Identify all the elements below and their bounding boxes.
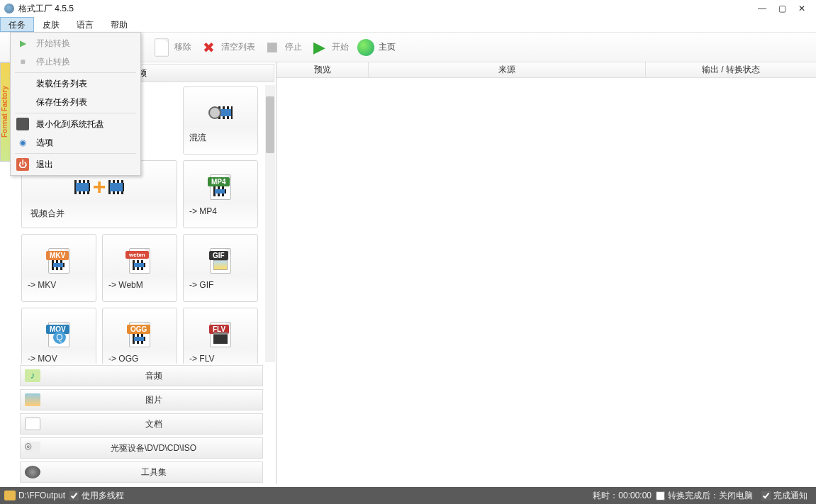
dropdown-load-tasklist[interactable]: 装载任务列表 [12, 74, 139, 93]
remove-icon [152, 38, 172, 57]
play-icon: ▶ [16, 37, 29, 50]
tile-flv[interactable]: FLV -> FLV [183, 308, 258, 364]
maximize-button[interactable]: ▢ [772, 2, 792, 15]
notify-input[interactable] [761, 491, 771, 500]
tile-ogg[interactable]: OGG -> OGG [102, 308, 177, 364]
mp4-icon: MP4 [206, 172, 235, 202]
titlebar: 格式工厂 4.5.5 — ▢ ✕ [0, 0, 816, 17]
tile-mov[interactable]: MOVQ -> MOV [21, 308, 96, 364]
close-button[interactable]: ✕ [792, 2, 812, 15]
audio-icon: ♪ [25, 369, 40, 382]
toolbar-remove[interactable]: 移除 [152, 38, 191, 57]
app-icon [4, 4, 14, 13]
dropdown-minimize-tray[interactable]: 最小化到系统托盘 [12, 115, 139, 133]
category-disc[interactable]: ⦾光驱设备\DVD\CD\ISO [20, 437, 263, 459]
gif-icon: GIF [206, 246, 235, 276]
shutdown-checkbox[interactable]: 转换完成后：关闭电脑 [656, 490, 753, 502]
table-header: 预览 来源 输出 / 转换状态 [276, 62, 816, 78]
tile-scrollbar[interactable] [265, 85, 275, 362]
dropdown-separator [15, 113, 136, 113]
tray-icon [16, 118, 29, 130]
right-panel: 预览 来源 输出 / 转换状态 [276, 62, 816, 484]
ogg-icon: OGG [125, 320, 155, 349]
stop-icon: ■ [16, 55, 29, 68]
tile-mp4[interactable]: MP4 -> MP4 [183, 160, 258, 228]
th-source[interactable]: 来源 [369, 62, 646, 77]
toolbar-start[interactable]: ▶ 开始 [309, 38, 349, 57]
exit-icon: ⏻ [16, 158, 29, 171]
dropdown-separator [15, 72, 136, 73]
dropdown-start-convert: ▶ 开始转换 [12, 34, 139, 52]
menu-help[interactable]: 帮助 [102, 17, 136, 32]
menu-language[interactable]: 语言 [68, 17, 102, 32]
shutdown-input[interactable] [656, 491, 665, 500]
menu-skin[interactable]: 皮肤 [34, 17, 68, 32]
elapsed-label: 耗时： [593, 490, 618, 502]
minimize-button[interactable]: — [752, 2, 772, 15]
mux-icon [206, 98, 235, 128]
mov-icon: MOVQ [44, 320, 74, 349]
category-document[interactable]: 文档 [20, 413, 263, 435]
th-output[interactable]: 输出 / 转换状态 [646, 62, 816, 77]
table-body [276, 78, 816, 484]
webm-icon: webm [125, 246, 155, 276]
start-icon: ▶ [309, 38, 329, 57]
home-icon [356, 38, 376, 57]
clear-icon: ✖ [199, 38, 218, 57]
toolbar-clear[interactable]: ✖ 清空列表 [199, 38, 255, 57]
document-icon [25, 418, 40, 430]
dropdown-separator [15, 153, 136, 154]
notify-checkbox[interactable]: 完成通知 [761, 490, 807, 502]
folder-icon[interactable] [4, 491, 16, 500]
dropdown-stop-convert: ■ 停止转换 [12, 52, 139, 71]
gear-icon: ◉ [16, 136, 29, 149]
stop-icon: ⏹ [262, 38, 282, 57]
tools-icon [25, 466, 40, 478]
flv-icon: FLV [206, 320, 235, 349]
multithread-input[interactable] [69, 491, 79, 500]
output-path[interactable]: D:\FFOutput [18, 491, 65, 500]
tile-webm[interactable]: webm -> WebM [102, 234, 177, 302]
disc-icon: ⦾ [25, 442, 40, 454]
toolbar-home[interactable]: 主页 [356, 38, 396, 57]
tile-gif[interactable]: GIF -> GIF [183, 234, 258, 302]
scrollbar-thumb[interactable] [266, 96, 274, 153]
task-dropdown: ▶ 开始转换 ■ 停止转换 装载任务列表 保存任务列表 最小化到系统托盘 ◉ 选… [10, 32, 141, 176]
tile-mux[interactable]: 混流 [183, 86, 258, 155]
image-icon [25, 393, 40, 406]
app-title: 格式工厂 4.5.5 [18, 3, 752, 15]
statusbar: D:\FFOutput 使用多线程 耗时： 00:00:00 转换完成后：关闭电… [0, 487, 816, 504]
elapsed-value: 00:00:00 [618, 491, 652, 500]
menubar: 任务 皮肤 语言 帮助 [0, 17, 816, 33]
dropdown-save-tasklist[interactable]: 保存任务列表 [12, 93, 139, 111]
category-tools[interactable]: 工具集 [20, 461, 263, 483]
category-image[interactable]: 图片 [20, 389, 263, 410]
toolbar-stop[interactable]: ⏹ 停止 [262, 38, 302, 57]
mkv-icon: MKV [44, 246, 74, 276]
menu-task[interactable]: 任务 [0, 17, 34, 32]
multithread-checkbox[interactable]: 使用多线程 [69, 490, 124, 502]
dropdown-exit[interactable]: ⏻ 退出 [12, 155, 139, 174]
dropdown-options[interactable]: ◉ 选项 [12, 133, 139, 152]
tile-mkv[interactable]: MKV -> MKV [21, 234, 96, 302]
th-preview[interactable]: 预览 [276, 62, 369, 77]
category-audio[interactable]: ♪音频 [20, 365, 263, 386]
